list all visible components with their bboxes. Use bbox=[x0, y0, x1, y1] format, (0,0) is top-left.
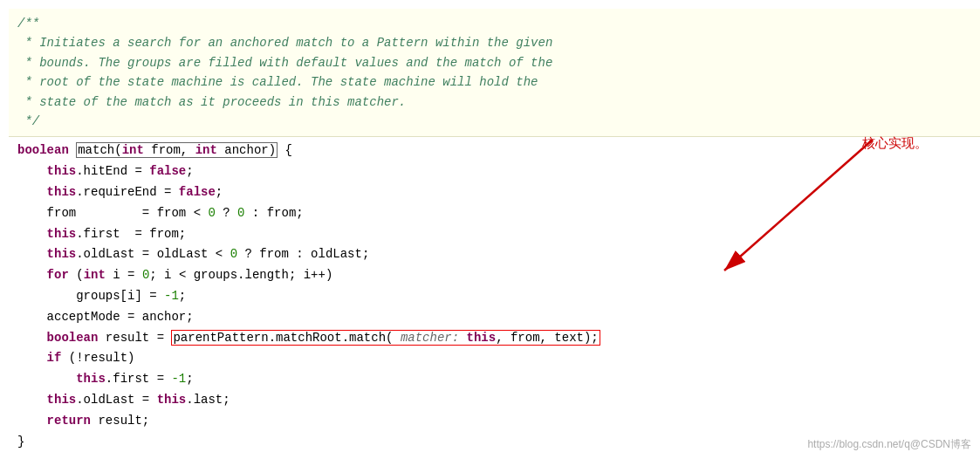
line-result: boolean result = parentPattern.matchRoot… bbox=[9, 328, 980, 349]
line-this-first: this.first = from; bbox=[9, 224, 980, 245]
line-from-assign: from = from < 0 ? 0 : from; bbox=[9, 203, 980, 224]
line-groups: groups[i] = -1; bbox=[9, 286, 980, 307]
comment-line-6: */ bbox=[9, 112, 980, 131]
line-acceptmode: acceptMode = anchor; bbox=[9, 307, 980, 328]
code-container: /** * Initiates a search for an anchored… bbox=[0, 0, 980, 459]
line-oldlast: this.oldLast = oldLast < 0 ? from : oldL… bbox=[9, 244, 980, 265]
comment-line-3: * bounds. The groups are filled with def… bbox=[9, 53, 980, 72]
comment-line-2: * Initiates a search for an anchored mat… bbox=[9, 33, 980, 52]
code-section: boolean match(int from, int anchor) { th… bbox=[9, 137, 980, 456]
annotation-text: 核心实现。 bbox=[862, 135, 928, 152]
line-hitend: this.hitEnd = false; bbox=[9, 161, 980, 182]
line-requireend: this.requireEnd = false; bbox=[9, 182, 980, 203]
comment-line-5: * state of the match as it proceeds in t… bbox=[9, 92, 980, 112]
comment-line-1: /** bbox=[9, 14, 980, 33]
line-for: for (int i = 0; i < groups.length; i++) bbox=[9, 265, 980, 286]
line-boolean-match: boolean match(int from, int anchor) { bbox=[9, 140, 980, 161]
watermark: https://blog.csdn.net/q@CSDN博客 bbox=[807, 437, 971, 452]
line-first-neg: this.first = -1; bbox=[9, 369, 980, 390]
comment-block: /** * Initiates a search for an anchored… bbox=[9, 9, 980, 136]
line-return: return result; bbox=[9, 411, 980, 432]
line-if-result: if (!result) bbox=[9, 348, 980, 369]
comment-line-4: * root of the state machine is called. T… bbox=[9, 72, 980, 92]
line-oldlast2: this.oldLast = this.last; bbox=[9, 390, 980, 411]
